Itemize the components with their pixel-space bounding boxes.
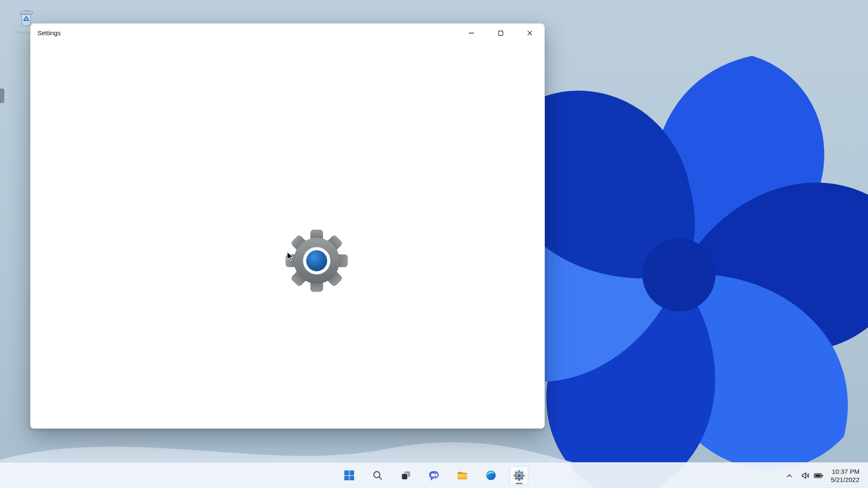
mouse-cursor [285, 250, 296, 262]
close-button[interactable] [515, 24, 544, 43]
task-view-icon [400, 470, 411, 481]
edge-button[interactable] [481, 466, 500, 485]
minimize-icon [467, 29, 476, 37]
clock-time: 10:37 PM [831, 467, 859, 476]
battery-icon [813, 470, 824, 481]
chevron-up-icon [785, 471, 794, 480]
clock-date: 5/21/2022 [831, 476, 859, 484]
volume-icon [801, 470, 811, 481]
settings-gear-icon [513, 470, 525, 481]
open-app-indicator [516, 483, 523, 484]
taskbar-center-icons [339, 466, 529, 485]
settings-taskbar-button[interactable] [510, 466, 529, 485]
settings-window: Settings [30, 23, 545, 429]
window-title: Settings [37, 29, 61, 37]
tray-status-button[interactable] [798, 467, 826, 484]
tray-chevron-button[interactable] [782, 467, 796, 484]
close-icon [526, 29, 534, 37]
maximize-button[interactable] [486, 24, 515, 43]
titlebar[interactable]: Settings [31, 24, 544, 43]
system-tray: 10:37 PM 5/21/2022 [782, 463, 862, 488]
partial-offscreen-icon [0, 88, 4, 103]
minimize-button[interactable] [457, 24, 486, 43]
search-button[interactable] [368, 466, 387, 485]
chat-button[interactable] [425, 466, 443, 485]
taskbar-clock[interactable]: 10:37 PM 5/21/2022 [828, 467, 862, 484]
caption-buttons [457, 24, 544, 43]
edge-icon [486, 470, 496, 481]
start-button[interactable] [339, 466, 358, 485]
task-view-button[interactable] [396, 466, 415, 485]
search-icon [372, 470, 383, 481]
taskbar: 10:37 PM 5/21/2022 [0, 462, 868, 488]
folder-icon [457, 470, 468, 481]
chat-icon [428, 470, 440, 481]
maximize-icon [496, 29, 505, 37]
file-explorer-button[interactable] [453, 466, 472, 485]
windows-start-icon [344, 470, 355, 481]
